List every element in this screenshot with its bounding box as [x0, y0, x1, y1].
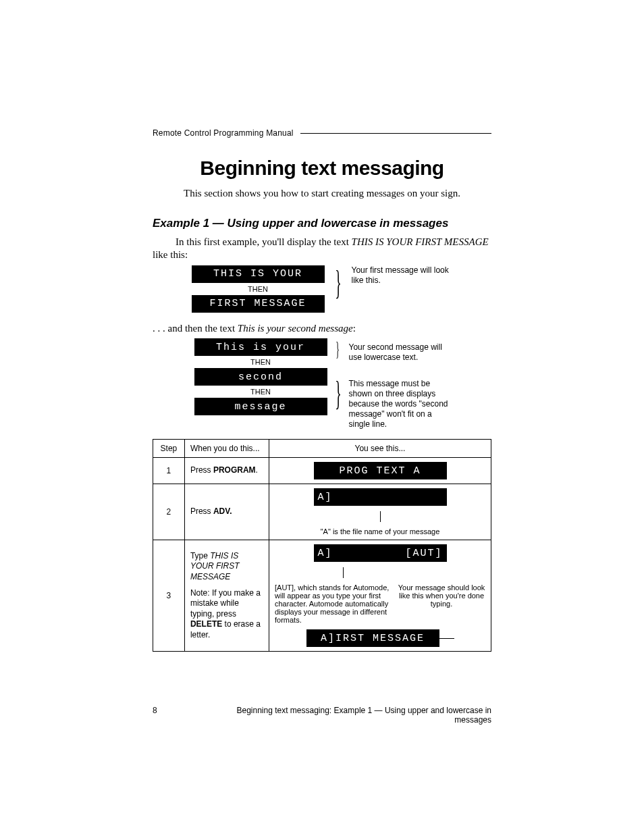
figure-annotation: Your second message will use lowercase t… — [349, 342, 450, 363]
footer-text: Beginning text messaging: Example 1 — Us… — [213, 706, 491, 725]
figure-2: This is your THEN second THEN message } … — [153, 338, 491, 429]
steps-table: Step When you do this... You see this...… — [153, 439, 491, 652]
caption: [AUT], which stands for Automode, will a… — [275, 583, 390, 624]
table-row: 2 Press ADV. A] "A" is the file name of … — [153, 484, 491, 540]
steps-header-step: Step — [153, 440, 185, 458]
running-head-text: Remote Control Programming Manual — [153, 128, 294, 138]
step-result: PROG TEXT A — [269, 458, 491, 484]
connector-line — [343, 567, 344, 578]
paragraph-1-text: In this first example, you'll display th… — [176, 236, 352, 247]
connector-line — [380, 511, 381, 522]
then-label: THEN — [248, 285, 268, 293]
paragraph-1: In this first example, you'll display th… — [153, 236, 491, 261]
brace-icon: } — [336, 338, 340, 359]
table-row: 1 Press PROGRAM. PROG TEXT A — [153, 458, 491, 484]
figure-1: THIS IS YOUR THEN FIRST MESSAGE } Your f… — [153, 265, 491, 313]
running-head: Remote Control Programming Manual — [153, 128, 491, 138]
connector-line — [439, 638, 454, 639]
paragraph-2-text: . . . and then the text — [153, 323, 238, 334]
sign-display: THIS IS YOUR — [192, 265, 325, 283]
paragraph-2-tail: : — [353, 323, 356, 334]
paragraph-1-emphasis: THIS IS YOUR FIRST MESSAGE — [352, 236, 489, 247]
figure-annotation: This message must be shown on three disp… — [349, 379, 450, 429]
page-footer: 8 Beginning text messaging: Example 1 — … — [153, 706, 491, 725]
step-action: Press PROGRAM. — [184, 458, 269, 484]
example-heading: Example 1 — Using upper and lowercase in… — [153, 217, 491, 230]
page-number: 8 — [153, 706, 213, 725]
then-label: THEN — [250, 388, 271, 396]
step-result: A] [AUT] [AUT], which stands for Automod… — [269, 540, 491, 652]
steps-header-see: You see this... — [269, 440, 491, 458]
sign-display: message — [194, 398, 327, 415]
paragraph-2: . . . and then the text This is your sec… — [153, 322, 491, 335]
step-number: 1 — [153, 458, 185, 484]
running-head-rule — [300, 133, 491, 134]
step-number: 3 — [153, 540, 185, 652]
caption: Your message should look like this when … — [398, 583, 485, 608]
sign-display: A] — [314, 488, 447, 506]
step-action: Press ADV. — [184, 484, 269, 540]
steps-header-when: When you do this... — [184, 440, 269, 458]
step-number: 2 — [153, 484, 185, 540]
step-action: Type THIS IS YOUR FIRST MESSAGE Note: If… — [184, 540, 269, 652]
page-title: Beginning text messaging — [153, 157, 491, 180]
intro-paragraph: This section shows you how to start crea… — [153, 188, 491, 199]
sign-display: second — [194, 368, 327, 386]
figure-annotation: Your first message will look like this. — [352, 265, 453, 286]
step-result: A] "A" is the file name of your message — [269, 484, 491, 540]
then-label: THEN — [250, 358, 271, 366]
brace-icon: } — [335, 376, 342, 410]
sign-display: FIRST MESSAGE — [192, 295, 325, 313]
paragraph-2-emphasis: This is your second message — [238, 323, 353, 334]
sign-display: A]IRST MESSAGE — [306, 629, 439, 647]
paragraph-1-tail: like this: — [153, 249, 188, 260]
table-row: 3 Type THIS IS YOUR FIRST MESSAGE Note: … — [153, 540, 491, 652]
caption: "A" is the file name of your message — [321, 527, 440, 536]
sign-display: PROG TEXT A — [314, 462, 447, 479]
sign-display: A] [AUT] — [314, 544, 447, 562]
sign-display: This is your — [194, 338, 327, 356]
brace-icon: } — [335, 265, 342, 299]
